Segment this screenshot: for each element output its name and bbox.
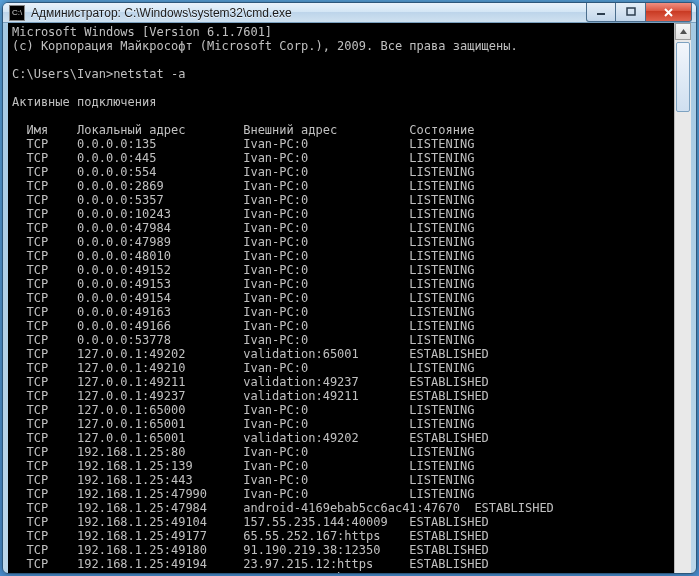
- console-line: TCP 0.0.0.0:2869 Ivan-PC:0 LISTENING: [12, 179, 670, 193]
- console-line: TCP 0.0.0.0:135 Ivan-PC:0 LISTENING: [12, 137, 670, 151]
- console-line: TCP 192.168.1.25:49180 91.190.219.38:123…: [12, 543, 670, 557]
- console-line: TCP 0.0.0.0:49166 Ivan-PC:0 LISTENING: [12, 319, 670, 333]
- console-line: Microsoft Windows [Version 6.1.7601]: [12, 25, 670, 39]
- console-line: TCP 192.168.1.25:139 Ivan-PC:0 LISTENING: [12, 459, 670, 473]
- console-line: TCP 192.168.1.25:80 Ivan-PC:0 LISTENING: [12, 445, 670, 459]
- vertical-scrollbar[interactable]: [674, 23, 691, 574]
- minimize-button[interactable]: [586, 3, 616, 22]
- svg-rect-1: [627, 8, 635, 15]
- console-line: Имя Локальный адрес Внешний адрес Состоя…: [12, 123, 670, 137]
- console-line: TCP 192.168.1.25:49274 8.36.120.249:http…: [12, 571, 670, 574]
- console-line: TCP 0.0.0.0:554 Ivan-PC:0 LISTENING: [12, 165, 670, 179]
- window-controls: [586, 3, 692, 22]
- scroll-up-button[interactable]: [675, 23, 691, 40]
- console-line: TCP 0.0.0.0:47989 Ivan-PC:0 LISTENING: [12, 235, 670, 249]
- maximize-button[interactable]: [616, 3, 646, 22]
- console-line: TCP 0.0.0.0:53778 Ivan-PC:0 LISTENING: [12, 333, 670, 347]
- console-line: TCP 0.0.0.0:445 Ivan-PC:0 LISTENING: [12, 151, 670, 165]
- cmd-window: C:\ Администратор: C:\Windows\system32\c…: [2, 2, 697, 574]
- console-line: TCP 0.0.0.0:5357 Ivan-PC:0 LISTENING: [12, 193, 670, 207]
- svg-rect-0: [597, 13, 605, 15]
- close-button[interactable]: [646, 3, 692, 22]
- console-output[interactable]: Microsoft Windows [Version 6.1.7601](c) …: [8, 23, 674, 574]
- client-area: Microsoft Windows [Version 6.1.7601](c) …: [8, 23, 691, 574]
- console-line: TCP 127.0.0.1:49210 Ivan-PC:0 LISTENING: [12, 361, 670, 375]
- console-line: TCP 0.0.0.0:49154 Ivan-PC:0 LISTENING: [12, 291, 670, 305]
- console-line: (c) Корпорация Майкрософт (Microsoft Cor…: [12, 39, 670, 53]
- console-line: TCP 192.168.1.25:49177 65.55.252.167:htt…: [12, 529, 670, 543]
- console-line: C:\Users\Ivan>netstat -a: [12, 67, 670, 81]
- console-line: TCP 192.168.1.25:49104 157.55.235.144:40…: [12, 515, 670, 529]
- console-line: TCP 0.0.0.0:49152 Ivan-PC:0 LISTENING: [12, 263, 670, 277]
- console-line: [12, 109, 670, 123]
- scroll-track[interactable]: [675, 40, 691, 574]
- console-line: TCP 0.0.0.0:48010 Ivan-PC:0 LISTENING: [12, 249, 670, 263]
- console-line: TCP 192.168.1.25:443 Ivan-PC:0 LISTENING: [12, 473, 670, 487]
- console-line: TCP 127.0.0.1:49237 validation:49211 EST…: [12, 389, 670, 403]
- cmd-icon: C:\: [9, 5, 25, 21]
- console-line: TCP 0.0.0.0:49153 Ivan-PC:0 LISTENING: [12, 277, 670, 291]
- console-line: TCP 0.0.0.0:49163 Ivan-PC:0 LISTENING: [12, 305, 670, 319]
- console-line: TCP 0.0.0.0:10243 Ivan-PC:0 LISTENING: [12, 207, 670, 221]
- console-line: TCP 127.0.0.1:65000 Ivan-PC:0 LISTENING: [12, 403, 670, 417]
- console-line: TCP 192.168.1.25:47984 android-4169ebab5…: [12, 501, 670, 515]
- console-line: TCP 192.168.1.25:47990 Ivan-PC:0 LISTENI…: [12, 487, 670, 501]
- titlebar[interactable]: C:\ Администратор: C:\Windows\system32\c…: [3, 3, 696, 23]
- console-line: TCP 192.168.1.25:49194 23.97.215.12:http…: [12, 557, 670, 571]
- window-title: Администратор: C:\Windows\system32\cmd.e…: [31, 6, 586, 20]
- console-line: TCP 127.0.0.1:65001 Ivan-PC:0 LISTENING: [12, 417, 670, 431]
- console-line: TCP 127.0.0.1:65001 validation:49202 EST…: [12, 431, 670, 445]
- console-line: [12, 81, 670, 95]
- console-line: [12, 53, 670, 67]
- scroll-thumb[interactable]: [676, 42, 690, 112]
- console-line: TCP 127.0.0.1:49202 validation:65001 EST…: [12, 347, 670, 361]
- console-line: TCP 127.0.0.1:49211 validation:49237 EST…: [12, 375, 670, 389]
- console-line: TCP 0.0.0.0:47984 Ivan-PC:0 LISTENING: [12, 221, 670, 235]
- console-line: Активные подключения: [12, 95, 670, 109]
